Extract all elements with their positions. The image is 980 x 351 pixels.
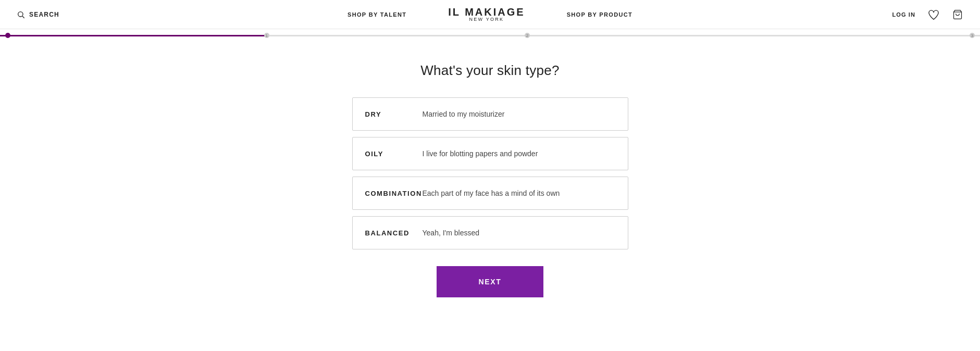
logo-main: IL MAKIAGE: [448, 7, 525, 17]
progress-track: 1 2 3: [0, 35, 980, 36]
progress-dot-2: 2: [525, 33, 530, 38]
option-combination-desc: Each part of my face has a mind of its o…: [423, 189, 560, 197]
option-oily[interactable]: OILY I live for blotting papers and powd…: [352, 137, 628, 170]
progress-dot-1: 1: [264, 33, 269, 38]
progress-dot-start: [5, 33, 10, 38]
option-dry[interactable]: DRY Married to my moisturizer: [352, 97, 628, 131]
option-oily-desc: I live for blotting papers and powder: [423, 149, 538, 158]
option-combination[interactable]: COMBINATION Each part of my face has a m…: [352, 177, 628, 210]
option-combination-type: COMBINATION: [365, 190, 423, 197]
heart-icon: [928, 9, 939, 20]
search-icon: [17, 10, 25, 19]
progress-fill: [0, 35, 265, 36]
login-button[interactable]: LOG IN: [892, 11, 916, 18]
logo-sub: NEW YORK: [469, 17, 504, 22]
search-label: SEARCH: [29, 11, 59, 18]
cart-icon: [952, 9, 963, 20]
progress-step-3-label: 3: [971, 33, 973, 38]
nav-shop-by-product[interactable]: SHOP BY PRODUCT: [567, 11, 632, 18]
skin-type-options: DRY Married to my moisturizer OILY I liv…: [352, 97, 628, 249]
option-oily-type: OILY: [365, 150, 423, 158]
next-btn-container: Next: [437, 266, 543, 297]
next-button[interactable]: Next: [437, 266, 543, 297]
logo: IL MAKIAGE NEW YORK: [448, 7, 525, 22]
option-dry-type: DRY: [365, 110, 423, 118]
option-balanced-type: BALANCED: [365, 229, 423, 237]
cart-button[interactable]: [952, 9, 963, 20]
header-right: LOG IN: [892, 9, 964, 20]
header-center-nav: SHOP BY TALENT IL MAKIAGE NEW YORK SHOP …: [348, 7, 632, 22]
wishlist-button[interactable]: [928, 9, 939, 20]
progress-step-2-label: 2: [526, 33, 528, 38]
nav-shop-by-talent[interactable]: SHOP BY TALENT: [348, 11, 406, 18]
page-title: What's your skin type?: [420, 62, 559, 79]
option-dry-desc: Married to my moisturizer: [423, 110, 505, 118]
option-balanced[interactable]: BALANCED Yeah, I'm blessed: [352, 216, 628, 249]
progress-dot-3: 3: [970, 33, 975, 38]
search-button[interactable]: SEARCH: [17, 10, 59, 19]
progress-bar: 1 2 3: [0, 29, 980, 42]
option-balanced-desc: Yeah, I'm blessed: [423, 229, 480, 237]
progress-step-1-label: 1: [265, 33, 267, 38]
header: SEARCH SHOP BY TALENT IL MAKIAGE NEW YOR…: [0, 0, 980, 29]
main-content: What's your skin type? DRY Married to my…: [0, 42, 980, 318]
svg-line-1: [22, 16, 24, 18]
svg-point-0: [18, 11, 23, 16]
